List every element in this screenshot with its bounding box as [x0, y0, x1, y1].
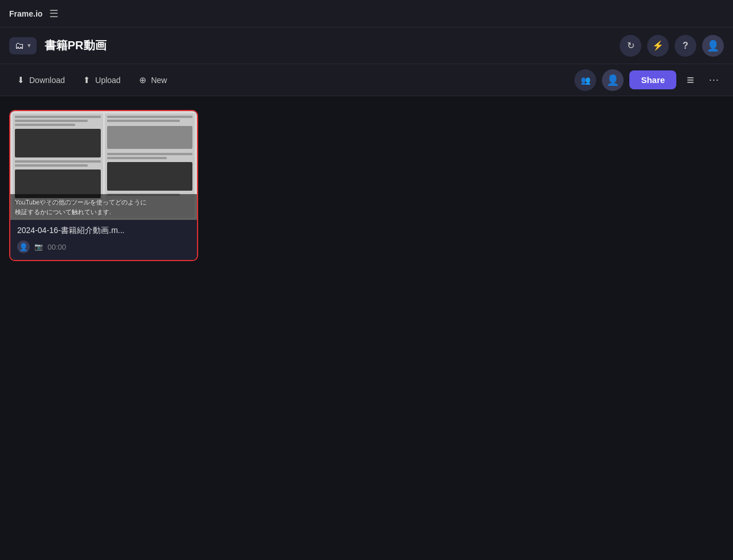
new-label: New — [151, 76, 167, 85]
header-left: 書籍PR動画 — [9, 37, 620, 54]
list-view-button[interactable] — [682, 69, 699, 91]
top-bar: Frame.io — [0, 0, 733, 27]
refresh-button[interactable] — [620, 35, 641, 57]
thumb-caption-line1: YouTubeやその他のツールを使ってどのように — [15, 198, 192, 207]
question-icon — [683, 41, 688, 51]
user-avatar-header[interactable] — [702, 35, 724, 57]
video-duration: 00:00 — [48, 243, 66, 251]
header-right — [620, 35, 724, 57]
thumb-mockup: YouTubeやその他のツールを使ってどのように 検証するかについて触れています… — [10, 111, 197, 220]
download-icon — [17, 75, 25, 85]
folder-button[interactable] — [9, 37, 37, 54]
toolbar-left: Download Upload New — [9, 70, 572, 90]
share-label: Share — [641, 75, 665, 85]
toolbar: Download Upload New Share — [0, 64, 733, 96]
page-title: 書籍PR動画 — [45, 38, 107, 53]
header: 書籍PR動画 — [0, 27, 733, 64]
doc-line — [107, 116, 193, 118]
video-title: 2024-04-16-書籍紹介動画.m... — [17, 226, 190, 236]
user-avatar-toolbar[interactable] — [602, 69, 624, 91]
help-button[interactable] — [675, 35, 696, 57]
upload-label: Upload — [95, 76, 120, 85]
video-thumbnail: YouTubeやその他のツールを使ってどのように 検証するかについて触れています… — [10, 111, 197, 220]
meta-person-icon: 👤 — [19, 243, 28, 251]
doc-line — [107, 120, 180, 122]
person-icon — [707, 39, 719, 52]
more-options-button[interactable] — [704, 70, 724, 89]
main-content: YouTubeやその他のツールを使ってどのように 検証するかについて触れています… — [0, 96, 733, 560]
video-card[interactable]: YouTubeやその他のツールを使ってどのように 検証するかについて触れています… — [9, 110, 198, 261]
doc-line — [15, 164, 88, 167]
doc-line — [107, 157, 167, 159]
meta-avatar: 👤 — [17, 240, 30, 253]
upload-icon — [83, 75, 90, 85]
plus-circle-icon — [139, 75, 147, 85]
more-dots-icon — [709, 74, 719, 85]
video-info: 2024-04-16-書籍紹介動画.m... 👤 00:00 — [10, 220, 197, 260]
bolt-icon — [652, 40, 664, 51]
thumb-caption-line2: 検証するかについて触れています. — [15, 207, 192, 217]
chevron-down-icon — [27, 42, 31, 49]
add-people-button[interactable] — [574, 69, 596, 91]
doc-line — [15, 120, 88, 122]
doc-line — [15, 116, 101, 118]
new-button[interactable]: New — [131, 70, 175, 90]
doc-line — [15, 124, 75, 126]
video-cam-icon — [34, 243, 43, 251]
hamburger-menu-icon[interactable] — [49, 7, 58, 20]
bolt-button[interactable] — [647, 35, 669, 57]
folder-icon — [15, 41, 24, 51]
video-meta: 👤 00:00 — [17, 240, 190, 253]
download-button[interactable]: Download — [9, 70, 73, 90]
person-icon-toolbar — [606, 73, 619, 86]
upload-button[interactable]: Upload — [75, 70, 128, 90]
refresh-icon — [627, 40, 635, 51]
doc-line — [107, 153, 193, 155]
doc-line — [15, 160, 101, 163]
toolbar-right: Share — [574, 69, 724, 91]
add-person-icon — [581, 75, 590, 85]
share-button[interactable]: Share — [629, 70, 676, 89]
app-logo: Frame.io — [9, 9, 42, 18]
video-grid: YouTubeやその他のツールを使ってどのように 検証するかについて触れています… — [9, 110, 724, 261]
list-icon — [687, 75, 694, 86]
doc-dark-box — [15, 129, 101, 157]
doc-dark-box-3 — [107, 162, 193, 191]
doc-img — [107, 126, 193, 149]
download-label: Download — [29, 76, 65, 85]
thumbnail-overlay: YouTubeやその他のツールを使ってどのように 検証するかについて触れています… — [10, 194, 197, 220]
